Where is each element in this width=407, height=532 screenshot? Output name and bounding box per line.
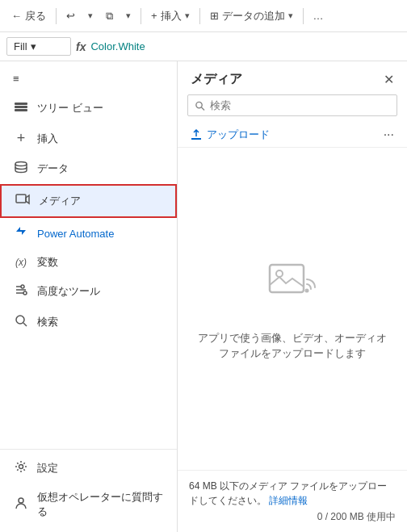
- sidebar-item-search[interactable]: 検索: [0, 307, 177, 337]
- copy-dropdown[interactable]: ▾: [121, 7, 136, 24]
- add-data-label: データの追加: [222, 9, 285, 23]
- panel-close-button[interactable]: ✕: [384, 72, 394, 87]
- sidebar-item-advanced-tools[interactable]: 高度なツール: [0, 276, 177, 307]
- svg-point-14: [196, 102, 202, 107]
- plus-icon: +: [13, 130, 29, 147]
- insert-label: 挿入: [161, 9, 182, 23]
- sidebar-spacer: [0, 337, 177, 449]
- media-placeholder-icon: [266, 257, 318, 317]
- variables-icon: (x): [13, 257, 29, 268]
- sidebar-item-label: 仮想オペレーターに質問する: [37, 490, 164, 519]
- chevron-down-icon-3: ▾: [185, 10, 190, 21]
- media-panel: メディア ✕ アップロード ···: [178, 61, 407, 532]
- more-options-button[interactable]: ···: [384, 128, 394, 142]
- svg-line-15: [201, 107, 204, 110]
- svg-point-12: [19, 465, 23, 469]
- divider-1: [56, 8, 57, 24]
- toolbar: ← 戻る ↩ ▾ ⧉ ▾ + 挿入 ▾ ⊞ データの追加 ▾ …: [0, 0, 407, 32]
- svg-point-18: [305, 288, 309, 292]
- sidebar-item-label: データ: [37, 161, 69, 176]
- main-layout: ≡ ツリー ビュー + 挿入 データ メディア: [0, 61, 407, 532]
- svg-point-8: [21, 285, 24, 288]
- hamburger-icon: ≡: [13, 73, 19, 85]
- person-icon: [13, 496, 29, 513]
- search-box[interactable]: [187, 94, 397, 116]
- back-label: 戻る: [25, 9, 46, 23]
- plus-icon: +: [151, 10, 157, 22]
- svg-point-3: [15, 162, 27, 166]
- upload-row: アップロード ···: [178, 123, 407, 148]
- copy-icon: ⧉: [106, 10, 113, 23]
- copy-button[interactable]: ⧉: [101, 6, 118, 26]
- hamburger-menu[interactable]: ≡: [0, 68, 177, 90]
- add-data-button[interactable]: ⊞ データの追加 ▾: [205, 6, 298, 27]
- undo-button[interactable]: ↩: [61, 6, 80, 25]
- tools-icon: [13, 283, 29, 300]
- dropdown-arrow: ▾: [31, 40, 36, 52]
- upload-icon: [191, 129, 202, 140]
- back-icon: ←: [11, 10, 22, 22]
- more-button[interactable]: …: [308, 6, 329, 25]
- back-button[interactable]: ← 戻る: [6, 6, 51, 27]
- undo-dropdown[interactable]: ▾: [83, 7, 98, 24]
- settings-icon: [13, 459, 29, 477]
- chevron-down-icon: ▾: [88, 10, 93, 21]
- search-icon: [13, 313, 29, 331]
- sidebar-item-settings[interactable]: 設定: [0, 453, 177, 484]
- sidebar-item-variables[interactable]: (x) 変数: [0, 249, 177, 276]
- media-icon: [15, 192, 31, 210]
- svg-point-9: [23, 291, 27, 295]
- sidebar-bottom: 設定 仮想オペレーターに質問する: [0, 449, 177, 526]
- database-icon: ⊞: [210, 10, 219, 22]
- divider-3: [199, 8, 200, 24]
- sidebar-item-label: 変数: [37, 255, 58, 270]
- sidebar-item-label: 検索: [37, 315, 58, 329]
- fx-label: fx: [76, 40, 86, 53]
- svg-rect-0: [15, 103, 27, 105]
- sidebar-item-label: 挿入: [37, 132, 58, 146]
- sidebar-item-virtual-operator[interactable]: 仮想オペレーターに質問する: [0, 484, 177, 526]
- panel-title: メディア: [191, 71, 242, 88]
- storage-text: 0 / 200 MB 使用中: [189, 509, 396, 524]
- sidebar-item-tree-view[interactable]: ツリー ビュー: [0, 93, 177, 124]
- formula-value: Color.White: [90, 40, 145, 52]
- divider-4: [303, 8, 304, 24]
- svg-line-11: [23, 323, 27, 326]
- panel-footer: 64 MB 以下のメディア ファイルをアップロードしてください。 詳細情報 0 …: [178, 470, 407, 532]
- ellipsis-icon: ···: [384, 128, 394, 141]
- property-dropdown[interactable]: Fill ▾: [6, 37, 71, 56]
- svg-point-13: [19, 498, 23, 503]
- sidebar-item-insert[interactable]: + 挿入: [0, 124, 177, 153]
- sidebar-item-power-automate[interactable]: Power Automate: [0, 218, 177, 249]
- sidebar-item-data[interactable]: データ: [0, 153, 177, 184]
- search-input[interactable]: [210, 99, 390, 111]
- divider-2: [141, 8, 141, 24]
- upload-label: アップロード: [207, 128, 270, 142]
- search-icon: [195, 100, 205, 111]
- insert-button[interactable]: + 挿入 ▾: [146, 6, 195, 27]
- svg-point-10: [16, 316, 24, 324]
- empty-state-text: アプリで使う画像、ビデオ、オーディオ ファイルをアップロードします: [194, 330, 391, 362]
- empty-state: アプリで使う画像、ビデオ、オーディオ ファイルをアップロードします: [178, 148, 407, 470]
- property-value: Fill: [14, 40, 27, 52]
- chevron-down-icon-2: ▾: [126, 10, 131, 21]
- sidebar-item-label: メディア: [39, 194, 81, 208]
- sidebar-item-label: 設定: [37, 461, 58, 475]
- sidebar-item-label: ツリー ビュー: [37, 101, 103, 115]
- sidebar: ≡ ツリー ビュー + 挿入 データ メディア: [0, 61, 178, 532]
- upload-button[interactable]: アップロード: [191, 128, 270, 142]
- sidebar-item-label: 高度なツール: [37, 284, 100, 299]
- formula-bar: Fill ▾ fx Color.White: [0, 32, 407, 61]
- layers-icon: [13, 99, 29, 117]
- sidebar-item-media[interactable]: メディア: [0, 184, 177, 218]
- svg-rect-4: [16, 195, 26, 203]
- svg-rect-2: [15, 109, 27, 111]
- svg-rect-16: [270, 265, 304, 292]
- footer-link[interactable]: 詳細情報: [269, 495, 308, 506]
- power-automate-icon: [13, 224, 29, 242]
- panel-header: メディア ✕: [178, 61, 407, 94]
- sidebar-item-label: Power Automate: [37, 228, 114, 240]
- database-icon: [13, 160, 29, 178]
- svg-rect-1: [15, 106, 27, 108]
- chevron-down-icon-4: ▾: [288, 10, 293, 21]
